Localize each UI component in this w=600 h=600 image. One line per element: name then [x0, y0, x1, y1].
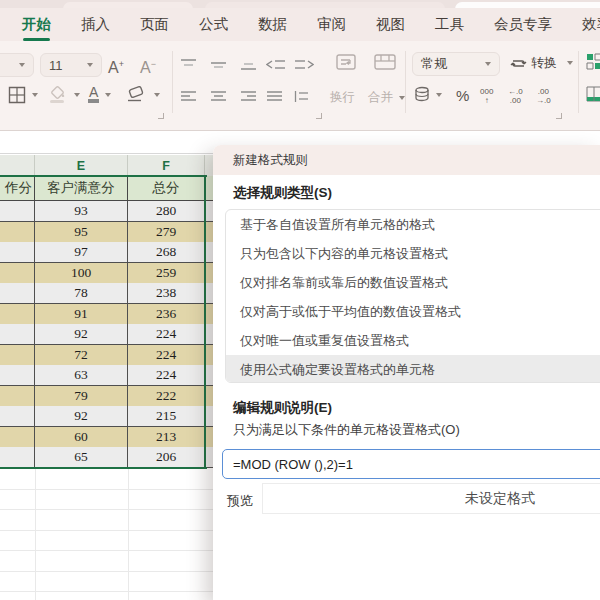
font-name-combo[interactable] [0, 53, 34, 77]
distributed-align-icon[interactable] [294, 89, 311, 107]
table-cell[interactable]: 236 [128, 304, 205, 325]
align-left-icon[interactable] [180, 89, 197, 107]
dialog-launcher-icon[interactable] [158, 113, 164, 119]
align-top-icon[interactable] [180, 57, 197, 75]
table-cell[interactable]: 72 [35, 345, 128, 366]
table-cell[interactable] [0, 324, 35, 345]
font-color-button[interactable]: A [88, 86, 111, 103]
table-header-cell[interactable]: 作分 [0, 176, 35, 201]
rule-type-item-4[interactable]: 仅对唯一值或重复值设置格式 [226, 326, 600, 355]
table-style-icon[interactable] [586, 86, 600, 107]
table-cell[interactable] [205, 324, 213, 345]
table-cell[interactable]: 93 [35, 201, 128, 222]
menu-item-9[interactable]: 效率 [582, 9, 600, 40]
increase-font-size-button[interactable]: A+ [108, 56, 124, 76]
menu-item-0[interactable]: 开始 [22, 9, 51, 40]
table-cell[interactable]: 224 [128, 365, 205, 386]
menu-item-6[interactable]: 视图 [376, 9, 405, 40]
table-cell[interactable] [205, 427, 213, 448]
decrease-decimal-button[interactable]: .00→.0 [536, 87, 551, 105]
table-cell[interactable] [0, 427, 35, 448]
column-header-E[interactable]: E [35, 155, 128, 176]
rule-type-item-5[interactable]: 使用公式确定要设置格式的单元格 [226, 355, 600, 383]
wrap-text-button[interactable]: 换行 [330, 89, 355, 106]
thousands-separator-button[interactable]: 000↑ [480, 87, 493, 105]
align-bottom-icon[interactable] [240, 57, 257, 75]
number-format-combo[interactable]: 常规 [412, 52, 500, 76]
menu-item-8[interactable]: 会员专享 [494, 9, 552, 40]
table-cell[interactable]: 268 [128, 242, 205, 263]
table-cell[interactable] [0, 386, 35, 407]
table-cell[interactable] [205, 263, 213, 284]
table-cell[interactable] [0, 345, 35, 366]
table-cell[interactable] [205, 201, 213, 222]
menu-item-7[interactable]: 工具 [435, 9, 464, 40]
table-cell[interactable]: 60 [35, 427, 128, 448]
table-cell[interactable]: 259 [128, 263, 205, 284]
borders-button[interactable] [8, 86, 38, 104]
table-cell[interactable] [0, 447, 35, 468]
table-cell[interactable]: 78 [35, 283, 128, 304]
rule-type-item-3[interactable]: 仅对高于或低于平均值的数值设置格式 [226, 297, 600, 326]
table-cell[interactable]: 79 [35, 386, 128, 407]
table-cell[interactable]: 91 [35, 304, 128, 325]
table-cell[interactable] [205, 365, 213, 386]
dialog-launcher-icon[interactable] [556, 113, 562, 119]
table-cell[interactable] [205, 447, 213, 468]
percent-format-button[interactable]: % [456, 87, 469, 104]
menu-item-5[interactable]: 审阅 [317, 9, 346, 40]
fill-color-button[interactable] [48, 85, 80, 104]
merge-button[interactable]: 合并 [368, 89, 405, 106]
table-cell[interactable] [205, 304, 213, 325]
table-cell[interactable] [0, 283, 35, 304]
table-cell[interactable]: 238 [128, 283, 205, 304]
table-cell[interactable]: 100 [35, 263, 128, 284]
table-cell[interactable] [205, 386, 213, 407]
table-cell[interactable] [205, 406, 213, 427]
table-cell[interactable]: 65 [35, 447, 128, 468]
menu-item-3[interactable]: 公式 [199, 9, 228, 40]
table-cell[interactable]: 95 [35, 222, 128, 243]
conditional-formatting-icon[interactable] [586, 53, 600, 74]
formula-input[interactable] [222, 449, 600, 479]
increase-decimal-button[interactable]: ←.0.00 [508, 87, 523, 105]
table-cell[interactable]: 206 [128, 447, 205, 468]
table-cell[interactable] [0, 304, 35, 325]
table-cell[interactable] [205, 242, 213, 263]
table-cell[interactable] [0, 222, 35, 243]
align-right-icon[interactable] [240, 89, 257, 107]
column-header-F[interactable]: F [128, 155, 205, 176]
menu-item-2[interactable]: 页面 [140, 9, 169, 40]
table-cell[interactable]: 279 [128, 222, 205, 243]
table-cell[interactable] [0, 201, 35, 222]
column-header-partial[interactable] [0, 155, 35, 176]
table-cell[interactable]: 92 [35, 324, 128, 345]
column-header-partial[interactable] [205, 155, 213, 176]
increase-indent-icon[interactable] [294, 57, 314, 75]
convert-button[interactable]: 转换 [510, 54, 573, 72]
menu-item-4[interactable]: 数据 [258, 9, 287, 40]
table-cell[interactable] [205, 222, 213, 243]
table-cell[interactable] [0, 242, 35, 263]
table-cell[interactable]: 224 [128, 345, 205, 366]
decrease-indent-icon[interactable] [266, 57, 286, 75]
rule-type-item-0[interactable]: 基于各自值设置所有单元格的格式 [226, 210, 600, 239]
rule-type-item-1[interactable]: 只为包含以下内容的单元格设置格式 [226, 239, 600, 268]
table-cell[interactable]: 97 [35, 242, 128, 263]
rule-type-item-2[interactable]: 仅对排名靠前或靠后的数值设置格式 [226, 268, 600, 297]
table-cell[interactable] [0, 406, 35, 427]
table-cell[interactable] [205, 345, 213, 366]
table-header-cell[interactable] [205, 176, 213, 201]
align-center-icon[interactable] [210, 89, 227, 107]
table-cell[interactable] [0, 365, 35, 386]
currency-format-button[interactable] [414, 86, 442, 103]
justify-icon[interactable] [266, 89, 283, 107]
table-header-cell[interactable]: 总分 [128, 176, 205, 201]
table-cell[interactable]: 63 [35, 365, 128, 386]
table-cell[interactable]: 224 [128, 324, 205, 345]
dialog-launcher-icon[interactable] [316, 113, 322, 119]
table-header-cell[interactable]: 客户满意分 [35, 176, 128, 201]
table-cell[interactable] [0, 263, 35, 284]
table-cell[interactable]: 92 [35, 406, 128, 427]
eraser-button[interactable] [126, 86, 160, 103]
